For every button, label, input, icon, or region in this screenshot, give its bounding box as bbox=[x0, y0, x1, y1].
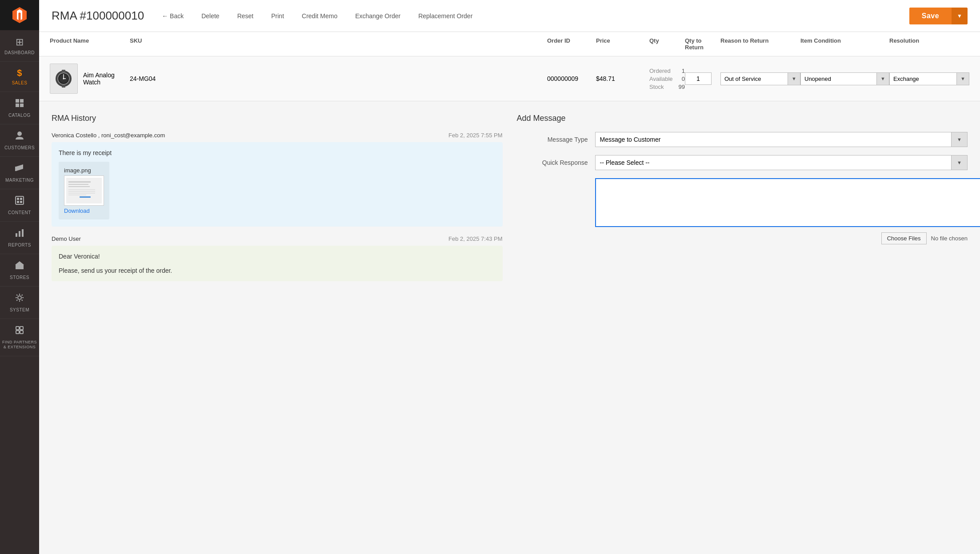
svg-rect-35 bbox=[68, 184, 88, 185]
qty-stock-label: Stock bbox=[649, 84, 672, 90]
qty-info: Ordered 1 Available 0 Stock 99 bbox=[649, 68, 685, 90]
message-body-customer: There is my receipt image.png bbox=[52, 142, 503, 227]
qty-available-label: Available bbox=[649, 76, 675, 82]
col-price: Price bbox=[596, 37, 649, 51]
sidebar-item-content[interactable]: CONTENT bbox=[0, 189, 39, 222]
quick-response-select[interactable]: -- Please Select -- bbox=[596, 155, 952, 170]
svg-rect-40 bbox=[68, 195, 86, 195]
svg-rect-16 bbox=[22, 229, 24, 237]
back-button[interactable]: ← Back bbox=[158, 11, 187, 21]
sidebar-item-reports[interactable]: REPORTS bbox=[0, 222, 39, 254]
sidebar: ⊞ DASHBOARD $ SALES CATALOG CUSTOMERS MA… bbox=[0, 0, 39, 554]
delete-button[interactable]: Delete bbox=[198, 11, 223, 21]
svg-rect-10 bbox=[17, 198, 19, 200]
qty-stock-value: 99 bbox=[679, 84, 685, 90]
product-name-cell: Aim Analog Watch bbox=[50, 64, 130, 94]
svg-rect-20 bbox=[16, 327, 19, 330]
message-body-admin: Dear Veronica!Please, send us your recei… bbox=[52, 246, 503, 281]
svg-rect-15 bbox=[19, 231, 20, 237]
product-order-id: 000000009 bbox=[547, 75, 596, 82]
message-type-row: Message Type Message to Customer Message… bbox=[517, 132, 968, 147]
col-qty-to-return: Qty to Return bbox=[685, 37, 720, 51]
message-type-label: Message Type bbox=[517, 136, 588, 143]
svg-rect-12 bbox=[17, 201, 19, 203]
condition-dropdown-arrow[interactable]: ▼ bbox=[876, 73, 889, 85]
sidebar-item-dashboard[interactable]: ⊞ DASHBOARD bbox=[0, 30, 39, 62]
svg-rect-5 bbox=[20, 104, 24, 107]
print-button[interactable]: Print bbox=[268, 11, 288, 21]
message-author-customer: Veronica Costello , roni_cost@example.co… bbox=[52, 132, 165, 139]
svg-rect-29 bbox=[62, 85, 65, 88]
sidebar-item-customers[interactable]: CUSTOMERS bbox=[0, 124, 39, 157]
table-header: Product Name SKU Order ID Price Qty Qty … bbox=[39, 32, 980, 56]
sidebar-item-partners[interactable]: FIND PARTNERS & EXTENSIONS bbox=[0, 319, 39, 356]
sidebar-item-stores[interactable]: STORES bbox=[0, 254, 39, 287]
svg-rect-37 bbox=[68, 189, 95, 190]
save-dropdown-arrow[interactable]: ▼ bbox=[952, 8, 968, 24]
attachment-name: image.png bbox=[64, 167, 104, 174]
col-sku: SKU bbox=[130, 37, 547, 51]
partners-icon bbox=[15, 325, 24, 338]
choose-files-button[interactable]: Choose Files bbox=[881, 232, 927, 244]
svg-rect-36 bbox=[68, 186, 90, 187]
download-link[interactable]: Download bbox=[64, 207, 104, 214]
svg-rect-9 bbox=[16, 196, 24, 204]
product-name: Aim Analog Watch bbox=[83, 72, 130, 86]
save-button-group: Save ▼ bbox=[909, 8, 968, 24]
replacement-order-button[interactable]: Replacement Order bbox=[415, 11, 476, 21]
add-message-title: Add Message bbox=[517, 114, 968, 123]
products-table: Product Name SKU Order ID Price Qty Qty … bbox=[39, 32, 980, 101]
product-price: $48.71 bbox=[596, 75, 649, 82]
page-title: RMA #100000010 bbox=[52, 9, 144, 23]
svg-rect-17 bbox=[16, 265, 24, 269]
rma-history-section: RMA History Veronica Costello , roni_cos… bbox=[52, 114, 503, 290]
catalog-icon bbox=[15, 98, 24, 111]
dashboard-icon: ⊞ bbox=[16, 36, 24, 48]
col-resolution: Resolution bbox=[889, 37, 969, 51]
quick-response-arrow[interactable]: ▼ bbox=[951, 155, 967, 170]
stores-icon bbox=[15, 260, 24, 273]
quick-response-label: Quick Response bbox=[517, 159, 588, 166]
message-text-admin: Dear Veronica!Please, send us your recei… bbox=[59, 253, 496, 274]
reason-dropdown-arrow[interactable]: ▼ bbox=[788, 73, 800, 85]
message-meta-admin: Demo User Feb 2, 2025 7:43 PM bbox=[52, 235, 503, 242]
file-upload-row: Choose Files No file chosen bbox=[517, 232, 968, 244]
resolution-wrapper: Exchange Refund Store Credit ▼ bbox=[889, 72, 969, 85]
watch-image bbox=[52, 67, 75, 90]
qty-ordered-value: 1 bbox=[682, 68, 685, 74]
sales-icon: $ bbox=[17, 68, 22, 78]
message-type-select[interactable]: Message to Customer Message to Admin bbox=[596, 132, 952, 147]
credit-memo-button[interactable]: Credit Memo bbox=[298, 11, 341, 21]
svg-point-6 bbox=[17, 132, 22, 136]
col-qty: Qty bbox=[649, 37, 685, 51]
svg-rect-13 bbox=[20, 201, 22, 203]
col-item-condition: Item Condition bbox=[800, 37, 889, 51]
reason-to-return-select[interactable]: Out of Service Wrong Color No Longer Nee… bbox=[721, 73, 788, 85]
svg-marker-18 bbox=[15, 261, 24, 265]
no-file-text: No file chosen bbox=[931, 235, 968, 242]
customers-icon bbox=[15, 131, 24, 143]
marketing-icon bbox=[15, 163, 24, 175]
attachment-area: image.png bbox=[59, 162, 109, 219]
item-condition-select[interactable]: Unopened Opened Damaged bbox=[801, 73, 876, 85]
message-type-arrow[interactable]: ▼ bbox=[951, 132, 967, 147]
resolution-select[interactable]: Exchange Refund Store Credit bbox=[890, 73, 956, 85]
svg-point-32 bbox=[63, 78, 64, 80]
qty-to-return-cell bbox=[685, 72, 720, 85]
sidebar-item-marketing[interactable]: MARKETING bbox=[0, 157, 39, 189]
message-date-customer: Feb 2, 2025 7:55 PM bbox=[448, 132, 502, 139]
exchange-order-button[interactable]: Exchange Order bbox=[352, 11, 404, 21]
save-button[interactable]: Save bbox=[909, 8, 952, 24]
qty-to-return-input[interactable] bbox=[685, 72, 712, 85]
col-reason-to-return: Reason to Return bbox=[720, 37, 800, 51]
sidebar-item-system[interactable]: SYSTEM bbox=[0, 287, 39, 319]
message-textarea[interactable] bbox=[595, 178, 980, 227]
sidebar-item-sales[interactable]: $ SALES bbox=[0, 62, 39, 92]
reset-button[interactable]: Reset bbox=[234, 11, 257, 21]
resolution-dropdown-arrow[interactable]: ▼ bbox=[956, 73, 969, 85]
svg-rect-3 bbox=[20, 99, 24, 103]
sidebar-logo bbox=[0, 0, 39, 30]
svg-rect-38 bbox=[68, 191, 95, 192]
sidebar-item-catalog[interactable]: CATALOG bbox=[0, 92, 39, 124]
rma-history-title: RMA History bbox=[52, 114, 503, 123]
